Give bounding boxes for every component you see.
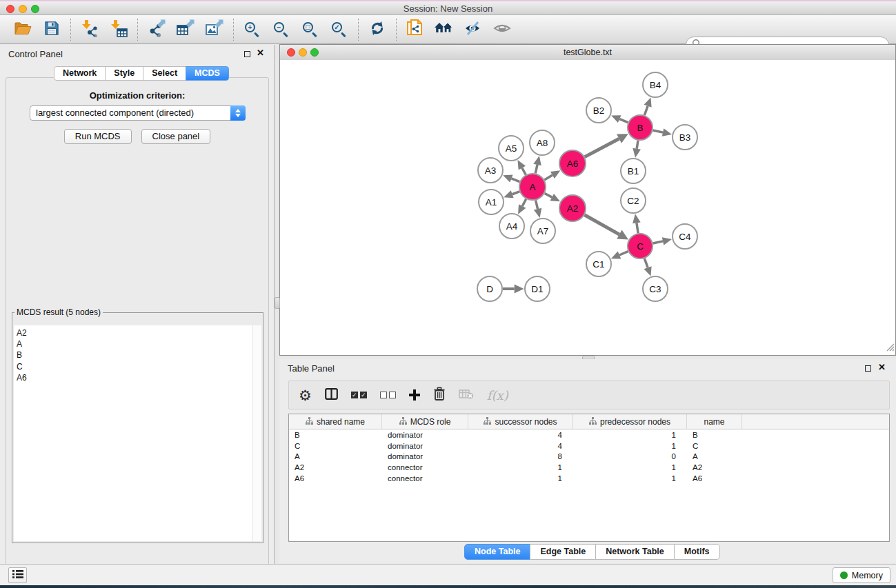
node-A6[interactable]: A6 [559, 150, 586, 176]
edge-B-B4[interactable] [644, 97, 652, 115]
cell[interactable]: C [687, 442, 742, 450]
column-header-mcds-role[interactable]: MCDS role [382, 414, 468, 429]
close-panel-button[interactable]: Close panel [141, 129, 211, 144]
tab-network-table[interactable]: Network Table [595, 544, 675, 560]
tab-motifs[interactable]: Motifs [674, 544, 720, 560]
edge-C-C1[interactable] [611, 252, 628, 259]
zoom-selected-button[interactable]: ✓ [327, 17, 352, 42]
result-item-a6[interactable]: A6 [17, 372, 252, 383]
node-table[interactable]: shared nameMCDS rolesuccessor nodesprede… [288, 414, 890, 542]
table-settings-button[interactable]: ⚙ [299, 385, 312, 405]
edge-B-B3[interactable] [653, 128, 672, 136]
float-panel-icon[interactable] [244, 51, 250, 57]
cell[interactable]: 0 [573, 452, 687, 460]
edge-A-A7[interactable] [534, 200, 541, 218]
cell[interactable]: 1 [573, 463, 687, 472]
import-table-button[interactable] [106, 17, 131, 42]
cell[interactable]: A6 [289, 474, 382, 483]
export-network-button[interactable] [144, 17, 169, 42]
edge-C-C3[interactable] [644, 258, 652, 276]
result-item-c[interactable]: C [17, 361, 252, 372]
tab-mcds[interactable]: MCDS [186, 66, 229, 81]
edge-D-D1[interactable] [503, 285, 524, 294]
memory-button[interactable]: Memory [833, 567, 890, 583]
edge-B-B2[interactable] [611, 115, 628, 123]
task-history-button[interactable] [8, 567, 27, 583]
cell[interactable]: 1 [573, 431, 687, 439]
edge-A-A6[interactable] [544, 170, 560, 180]
edge-A-A5[interactable] [517, 160, 526, 174]
node-B4[interactable]: B4 [643, 72, 668, 97]
edge-A2-C[interactable] [584, 215, 628, 240]
tab-edge-table[interactable]: Edge Table [530, 544, 596, 560]
cell[interactable]: dominator [382, 442, 468, 450]
column-chooser-button[interactable] [325, 385, 338, 405]
node-A[interactable]: A [519, 174, 546, 200]
close-table-panel-icon[interactable]: ✕ [878, 362, 886, 372]
node-A1[interactable]: A1 [479, 190, 504, 214]
result-item-a[interactable]: A [17, 338, 252, 349]
cell[interactable]: 1 [573, 442, 687, 450]
result-item-a2[interactable]: A2 [17, 327, 252, 338]
table-row-a2[interactable]: A2connector11A2 [289, 462, 889, 473]
cell[interactable]: C [289, 442, 382, 450]
column-header-successor-nodes[interactable]: successor nodes [468, 414, 573, 429]
show-all-button[interactable] [490, 17, 515, 42]
node-C2[interactable]: C2 [621, 188, 646, 213]
hide-selected-button[interactable] [461, 17, 486, 42]
node-D[interactable]: D [477, 276, 502, 301]
node-A2[interactable]: A2 [559, 195, 586, 221]
node-C3[interactable]: C3 [643, 276, 668, 301]
edge-C-C4[interactable] [653, 237, 672, 245]
cell[interactable]: B [289, 431, 382, 439]
node-C4[interactable]: C4 [673, 224, 697, 249]
node-C[interactable]: C [628, 234, 653, 258]
column-header-predecessor-nodes[interactable]: predecessor nodes [573, 414, 687, 429]
table-row-b[interactable]: Bdominator41B [289, 429, 889, 440]
tab-network[interactable]: Network [54, 66, 106, 81]
table-row-c[interactable]: Cdominator41C [289, 440, 889, 452]
edge-A-A1[interactable] [504, 190, 519, 198]
export-table-button[interactable] [173, 17, 198, 42]
tab-node-table[interactable]: Node Table [464, 544, 530, 560]
edge-B-B1[interactable] [633, 141, 641, 158]
resize-grip-icon[interactable] [886, 342, 895, 354]
cell[interactable]: 1 [468, 474, 573, 483]
node-D1[interactable]: D1 [525, 276, 550, 301]
result-item-b[interactable]: B [17, 349, 252, 361]
tab-style[interactable]: Style [105, 66, 143, 81]
zoom-fit-button[interactable]: ⬚ [298, 17, 323, 42]
float-table-panel-icon[interactable] [865, 365, 871, 372]
network-window-titlebar[interactable]: testGlobe.txt [280, 45, 895, 61]
select-all-button[interactable]: ✓✓ [351, 385, 367, 405]
cell[interactable]: 1 [468, 463, 573, 472]
column-header-name[interactable]: name [687, 414, 742, 429]
zoom-in-button[interactable]: + [240, 17, 265, 42]
cell[interactable]: 1 [573, 474, 687, 483]
close-panel-icon[interactable]: ✕ [257, 48, 264, 58]
cell[interactable]: A6 [687, 474, 742, 483]
cell[interactable]: 4 [468, 431, 573, 439]
node-B[interactable]: B [628, 115, 653, 140]
function-builder-button[interactable]: f(x) [487, 385, 508, 405]
cell[interactable]: A [289, 452, 382, 460]
cell[interactable]: dominator [382, 452, 468, 460]
cell[interactable]: 4 [468, 442, 573, 450]
cell[interactable]: A2 [687, 463, 742, 472]
zoom-out-button[interactable]: − [269, 17, 294, 42]
criterion-select[interactable]: largest connected component (directed) [30, 105, 246, 121]
table-row-a6[interactable]: A6connector11A6 [289, 473, 889, 484]
node-A3[interactable]: A3 [478, 158, 503, 183]
table-row-a[interactable]: Adominator80A [289, 452, 889, 463]
first-neighbors-button[interactable] [432, 17, 457, 42]
import-network-button[interactable] [77, 17, 102, 42]
edge-A-A8[interactable] [533, 156, 541, 173]
cell[interactable]: connector [382, 474, 468, 483]
node-A7[interactable]: A7 [530, 219, 555, 243]
result-scrollbar[interactable] [252, 325, 261, 541]
edge-A-A4[interactable] [518, 199, 526, 214]
cell[interactable]: A2 [289, 463, 382, 472]
add-column-button[interactable] [409, 385, 420, 405]
new-network-from-file-button[interactable] [403, 17, 428, 42]
column-header-shared-name[interactable]: shared name [289, 414, 382, 429]
